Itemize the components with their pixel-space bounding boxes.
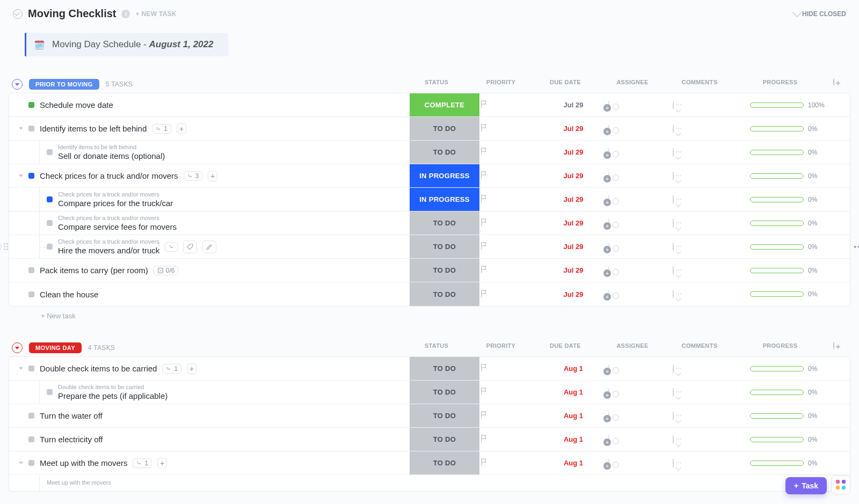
hide-closed-button[interactable]: HIDE CLOSED (792, 10, 846, 18)
task-row[interactable]: Identify items to be left behind Sell or… (9, 141, 850, 164)
priority-cell[interactable] (479, 363, 538, 374)
priority-cell[interactable] (479, 410, 538, 421)
expand-icon[interactable] (19, 174, 23, 177)
due-date[interactable]: Jul 29 (538, 195, 608, 203)
priority-cell[interactable] (479, 194, 538, 205)
assignee-cell[interactable] (608, 388, 673, 397)
status-cell[interactable]: TO DO (410, 259, 479, 282)
task-row[interactable]: Pack items to carry (per room) 0/6 TO DO… (9, 259, 850, 282)
comment-icon[interactable] (673, 388, 674, 397)
status-cell[interactable]: TO DO (410, 282, 479, 306)
task-row[interactable]: Turn the water off TO DO Aug 1 0% (9, 404, 850, 428)
add-assignee-icon[interactable] (608, 148, 609, 157)
priority-cell[interactable] (479, 123, 538, 134)
assignee-cell[interactable] (608, 172, 673, 180)
task-row[interactable]: Clean the house TO DO Jul 29 0% (9, 282, 850, 306)
progress-cell[interactable]: 0% (742, 436, 834, 443)
status-cell[interactable]: TO DO (410, 117, 479, 140)
progress-cell[interactable]: 0% (742, 365, 834, 372)
add-subtask-button[interactable]: + (187, 363, 196, 374)
progress-cell[interactable]: 0% (742, 412, 834, 420)
task-name[interactable]: Turn electricity off (40, 435, 103, 444)
group-collapse-toggle[interactable] (12, 79, 23, 90)
task-row[interactable]: Check prices for a truck and/or movers C… (9, 188, 850, 211)
task-name[interactable]: Double check items to be carried (40, 364, 157, 373)
assignee-cell[interactable] (608, 101, 673, 109)
priority-cell[interactable] (479, 170, 538, 181)
comments-cell[interactable] (673, 459, 742, 468)
due-date[interactable]: Jul 29 (538, 219, 608, 227)
comment-icon[interactable] (673, 195, 674, 204)
status-cell[interactable]: TO DO (410, 381, 479, 404)
due-date[interactable]: Aug 1 (538, 388, 608, 396)
due-date[interactable]: Jul 29 (538, 148, 608, 156)
task-row[interactable]: Meet up with the movers (9, 475, 850, 491)
priority-cell[interactable] (479, 99, 538, 111)
add-assignee-icon[interactable] (608, 435, 609, 444)
row-handle[interactable] (0, 243, 8, 251)
assignee-cell[interactable] (608, 148, 673, 157)
comment-icon[interactable] (673, 148, 674, 157)
task-row[interactable]: Identify items to be left behind 1 + TO … (9, 117, 850, 141)
status-cell[interactable]: IN PROGRESS (410, 188, 479, 211)
due-date[interactable]: Jul 29 (538, 172, 608, 180)
comments-cell[interactable] (673, 125, 742, 133)
subtask-button[interactable] (165, 242, 178, 252)
due-date[interactable]: Jul 29 (538, 243, 608, 251)
priority-cell[interactable] (479, 241, 538, 252)
add-assignee-icon[interactable] (608, 364, 609, 374)
assignee-cell[interactable] (608, 219, 673, 228)
status-cell[interactable]: TO DO (410, 235, 479, 258)
col-comments[interactable]: COMMENTS (665, 79, 734, 85)
add-assignee-icon[interactable] (608, 242, 609, 252)
status-cell[interactable]: TO DO (410, 211, 479, 235)
more-actions-button[interactable]: ••• (854, 243, 859, 251)
comments-cell[interactable] (673, 290, 742, 298)
comment-icon[interactable] (673, 266, 674, 275)
col-progress[interactable]: PROGRESS (734, 79, 826, 85)
assignee-cell[interactable] (608, 412, 673, 420)
priority-cell[interactable] (479, 147, 538, 158)
task-name[interactable]: Identify items to be left behind (40, 124, 147, 133)
assignee-cell[interactable] (608, 195, 673, 204)
task-name[interactable]: Sell or donate items (optional) (58, 151, 165, 160)
tag-button[interactable] (183, 240, 197, 253)
assignee-cell[interactable] (608, 266, 673, 275)
assignee-cell[interactable] (608, 459, 673, 468)
progress-cell[interactable]: 0% (742, 220, 834, 227)
priority-cell[interactable] (479, 265, 538, 276)
expand-icon[interactable] (19, 367, 23, 370)
new-task-button[interactable]: + NEW TASK (135, 10, 176, 18)
col-due[interactable]: DUE DATE (530, 79, 600, 85)
comment-icon[interactable] (673, 458, 674, 468)
comment-icon[interactable] (673, 218, 674, 228)
group-label[interactable]: MOVING DAY (29, 342, 82, 353)
task-name[interactable]: Pack items to carry (per room) (40, 266, 148, 275)
status-cell[interactable]: TO DO (410, 141, 479, 164)
add-assignee-icon[interactable] (608, 100, 609, 110)
task-name[interactable]: Clean the house (40, 290, 98, 299)
comments-cell[interactable] (673, 388, 742, 397)
checklist-count[interactable]: 0/6 (154, 266, 179, 275)
assignee-cell[interactable] (608, 364, 673, 373)
col-status[interactable]: STATUS (402, 342, 471, 349)
priority-cell[interactable] (479, 217, 538, 229)
assignee-cell[interactable] (608, 290, 673, 298)
assignee-cell[interactable] (608, 125, 673, 133)
due-date[interactable]: Aug 1 (538, 412, 608, 420)
info-icon[interactable]: i (121, 10, 130, 18)
comment-icon[interactable] (673, 364, 674, 374)
due-date[interactable]: Aug 1 (538, 435, 608, 443)
col-priority[interactable]: PRIORITY (471, 79, 530, 85)
group-label[interactable]: PRIOR TO MOVING (29, 79, 99, 90)
priority-cell[interactable] (479, 386, 538, 398)
col-status[interactable]: STATUS (402, 79, 471, 85)
task-name[interactable]: Prepare the pets (if applicable) (58, 391, 168, 400)
status-cell[interactable]: IN PROGRESS (410, 164, 479, 187)
assignee-cell[interactable] (608, 243, 673, 251)
add-assignee-icon[interactable] (608, 458, 609, 468)
col-comments[interactable]: COMMENTS (665, 342, 734, 349)
due-date[interactable]: Jul 29 (538, 125, 608, 133)
drag-handle-icon[interactable] (4, 243, 8, 250)
edit-button[interactable] (202, 240, 216, 253)
